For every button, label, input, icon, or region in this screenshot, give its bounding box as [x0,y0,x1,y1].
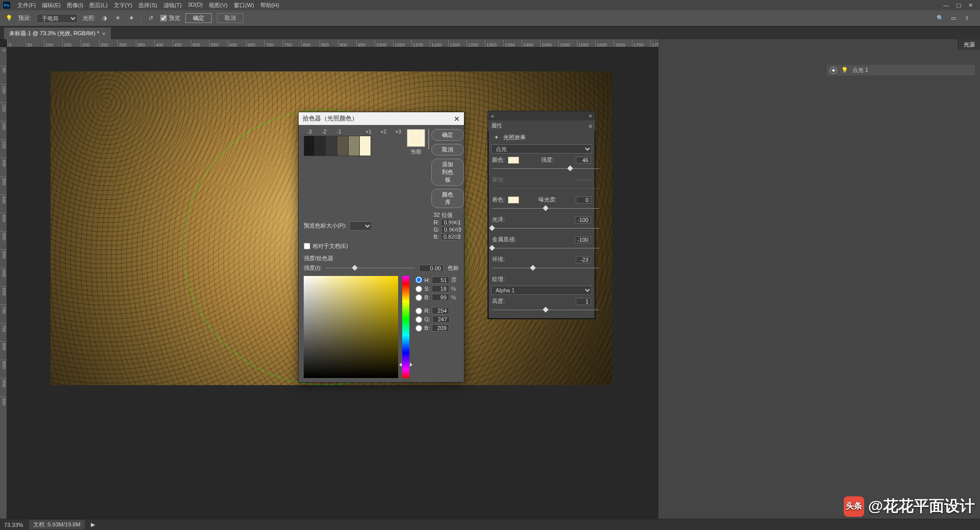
lights-panel-tab[interactable]: 光源 [958,39,980,50]
sv-cursor[interactable] [317,277,322,282]
cancel-button[interactable]: 取消 [217,13,243,23]
tint-swatch[interactable] [508,196,519,204]
minimize-icon[interactable]: — [943,2,949,9]
height-value[interactable]: 1 [576,298,591,305]
history-swatch[interactable] [349,136,360,156]
g-radio[interactable] [415,316,422,323]
bits-label: 32 位值 [433,211,459,219]
hue-indicator-left [399,363,402,367]
panel-close-icon[interactable]: × [589,113,592,119]
preset-select[interactable]: 手电筒 [36,14,78,23]
swatch-size-select[interactable]: 1 [350,221,372,231]
reset-icon[interactable]: ↺ [147,14,155,22]
share-icon[interactable]: ⇪ [963,14,971,22]
menu-item[interactable]: 窗口(W) [231,1,257,10]
current-color-swatch[interactable] [407,129,425,147]
saturation-value-box[interactable] [304,276,398,378]
hue-indicator-right [410,363,412,367]
ambience-slider[interactable] [492,265,599,272]
tab-close-icon[interactable]: × [102,31,105,37]
menu-item[interactable]: 文字(Y) [111,1,136,10]
picker-intensity-value[interactable]: 0.00 [419,265,444,272]
picker-cancel-button[interactable]: 取消 [431,144,464,156]
relative-checkbox[interactable]: 相对于文档(E) [304,242,348,250]
r32-field[interactable]: 0.9961 [441,219,458,226]
h-field[interactable]: 51 [432,276,449,284]
light-item[interactable]: 💡 点光 1 [827,65,975,75]
dialog-close-icon[interactable]: ✕ [454,115,460,123]
s-field[interactable]: 18 [432,285,449,292]
intensity-slider[interactable] [492,165,599,172]
new-color-swatch[interactable] [428,129,429,149]
height-slider[interactable] [492,307,599,314]
properties-title: 光照效果 [503,134,526,141]
light-type-select[interactable]: 点光 [491,144,592,154]
ok-button[interactable]: 确定 [185,13,212,23]
close-icon[interactable]: ✕ [968,2,973,9]
menu-item[interactable]: 滤镜(T) [160,1,185,10]
picker-ok-button[interactable]: 确定 [431,129,464,141]
metal-value[interactable]: -100 [575,236,591,243]
history-swatches[interactable] [304,136,404,156]
properties-tab[interactable]: 属性 [491,122,502,130]
r-field[interactable]: 254 [432,307,449,314]
gloss-value[interactable]: -100 [575,216,591,223]
b8-field[interactable]: 209 [432,324,449,332]
light-tool-icon[interactable]: 💡 [5,14,13,22]
add-swatch-button[interactable]: 添加到色板 [431,159,464,186]
arrange-icon[interactable]: ▭ [949,14,958,22]
search-icon[interactable]: 🔍 [936,14,944,22]
menu-item[interactable]: 选择(S) [135,1,160,10]
b32-field[interactable]: 0.8203 [441,233,458,240]
panel-options-icon[interactable]: ≡ [589,123,592,129]
bval-field[interactable]: 99 [432,294,449,301]
preview-checkbox[interactable]: 预览 [160,14,180,22]
metal-slider[interactable] [492,245,599,252]
gloss-slider[interactable] [492,225,599,232]
doc-info-chevron-icon[interactable]: ▶ [91,521,95,528]
panel-menu-icon[interactable]: « [491,113,494,119]
b-radio[interactable] [415,294,422,301]
history-swatch[interactable] [315,136,326,156]
zoom-level[interactable]: 73.33% [4,522,23,528]
s-radio[interactable] [415,286,422,292]
g32-field[interactable]: 0.9683 [442,226,459,233]
b8-radio[interactable] [415,325,422,332]
color-libs-button[interactable]: 颜色库 [431,189,464,208]
menu-item[interactable]: 文件(F) [14,1,39,10]
history-swatch[interactable] [337,136,349,156]
r-radio[interactable] [415,308,422,314]
doc-info[interactable]: 文档 :5.93M/19.8M [29,520,84,529]
menu-item[interactable]: 帮助(H) [257,1,282,10]
menu-item[interactable]: 图像(I) [64,1,86,10]
exposure-value[interactable]: 0 [576,196,591,204]
picker-intensity-slider[interactable] [326,268,415,268]
h-radio[interactable] [415,276,422,283]
status-bar: 73.33% 文档 :5.93M/19.8M ▶ [0,519,980,530]
history-swatch[interactable] [304,136,315,156]
history-swatch[interactable] [360,136,371,156]
maximize-icon[interactable]: ▢ [956,2,961,9]
spot-light-icon[interactable]: ◑ [101,14,109,22]
menu-item[interactable]: 图层(L) [86,1,110,10]
dialog-title: 拾色器（光照颜色） [303,114,358,123]
menu-item[interactable]: 编辑(E) [39,1,64,10]
menu-item[interactable]: 3D(D) [185,1,206,10]
ambience-value[interactable]: -23 [576,256,591,263]
color-label: 颜色: [492,156,505,164]
color-picker-dialog: 拾色器（光照颜色） ✕ -3-2-1+1+2+3 当前 确定 取消 添加到色板 [298,112,464,383]
document-tab[interactable]: 未标题-1 @ 73.3% (光效, RGB/8#) * × [4,28,111,39]
app-logo: Ps [3,2,10,9]
color-swatch[interactable] [508,157,519,164]
menu-item[interactable]: 视图(V) [206,1,231,10]
g-field[interactable]: 247 [432,316,450,323]
hue-bar[interactable] [402,276,409,378]
history-swatch[interactable] [326,136,337,156]
point-light-icon[interactable]: ☀ [114,14,122,22]
texture-select[interactable]: Alpha 1 [491,286,592,295]
infinite-light-icon[interactable]: ✷ [127,14,135,22]
intensity-value[interactable]: 46 [576,157,591,164]
document-tab-strip: 未标题-1 @ 73.3% (光效, RGB/8#) * × [0,27,980,39]
exposure-slider[interactable] [492,205,599,212]
visibility-icon[interactable] [830,67,837,74]
